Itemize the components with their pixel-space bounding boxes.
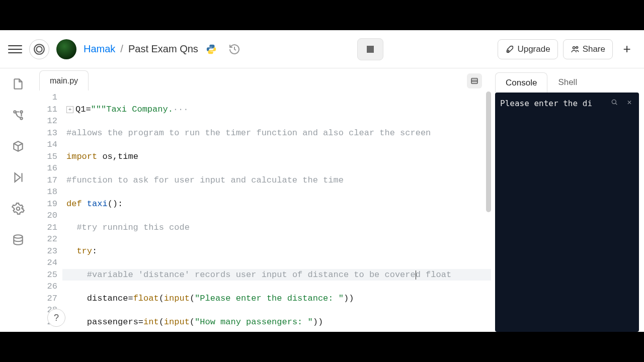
svg-point-3 (576, 46, 578, 48)
add-button[interactable]: + (618, 40, 636, 58)
history-icon[interactable] (226, 41, 243, 57)
replit-logo[interactable] (29, 39, 49, 59)
line-gutter: 1 11 12 13 14 15 16 17 18 19 20 21 22 23… (36, 92, 62, 332)
stop-button[interactable] (357, 38, 383, 60)
search-icon[interactable] (609, 97, 620, 108)
svg-line-15 (615, 103, 617, 105)
database-icon[interactable] (10, 231, 27, 248)
header-bar: Hamak / Past Exam Qns Upgrade Share + (0, 30, 644, 68)
rocket-icon (505, 45, 514, 54)
editor-column: main.py 1 11 12 13 14 15 16 17 18 19 20 (36, 68, 491, 332)
menu-icon[interactable] (8, 42, 22, 56)
code-editor[interactable]: 1 11 12 13 14 15 16 17 18 19 20 21 22 23… (36, 90, 491, 332)
svg-point-9 (17, 207, 20, 211)
stop-icon (367, 46, 374, 53)
svg-point-5 (20, 117, 22, 119)
vcs-icon[interactable] (10, 107, 27, 124)
help-button[interactable]: ? (47, 309, 65, 327)
code-body[interactable]: +Q1="""Taxi Company.··· #allows the prog… (62, 92, 491, 332)
debugger-icon[interactable] (10, 169, 27, 186)
tab-shell[interactable]: Shell (547, 72, 588, 93)
svg-point-1 (36, 46, 42, 52)
console-column: Console Shell Please enter the di ✕ (491, 68, 644, 332)
people-icon (571, 45, 580, 54)
avatar[interactable] (56, 39, 76, 59)
files-icon[interactable] (10, 75, 27, 93)
sidebar (0, 68, 36, 332)
svg-point-10 (14, 235, 22, 238)
svg-point-2 (573, 46, 575, 49)
file-tab-main[interactable]: main.py (39, 70, 89, 90)
python-icon (205, 43, 217, 55)
close-icon[interactable]: ✕ (624, 97, 635, 108)
packages-icon[interactable] (10, 138, 27, 155)
breadcrumb: Hamak / Past Exam Qns (84, 43, 198, 55)
project-name[interactable]: Past Exam Qns (128, 43, 198, 55)
upgrade-button[interactable]: Upgrade (498, 39, 557, 59)
breadcrumb-sep: / (120, 43, 123, 55)
editor-scrollbar[interactable] (486, 92, 491, 212)
owner-link[interactable]: Hamak (84, 43, 115, 55)
svg-marker-7 (15, 173, 21, 182)
upgrade-label: Upgrade (517, 44, 550, 54)
share-button[interactable]: Share (563, 39, 613, 59)
panel-toggle-icon[interactable] (467, 73, 482, 88)
tab-console[interactable]: Console (495, 72, 547, 93)
console-tab-bar: Console Shell (495, 70, 639, 93)
svg-rect-11 (471, 78, 477, 84)
svg-point-14 (612, 100, 616, 104)
fold-icon[interactable]: + (66, 106, 73, 113)
terminal[interactable]: Please enter the di ✕ (495, 93, 639, 332)
app-window: Hamak / Past Exam Qns Upgrade Share + (0, 30, 644, 332)
settings-icon[interactable] (10, 200, 27, 217)
svg-point-6 (20, 111, 22, 113)
file-tab-bar: main.py (36, 68, 491, 90)
share-label: Share (583, 44, 605, 54)
svg-point-0 (34, 44, 44, 54)
